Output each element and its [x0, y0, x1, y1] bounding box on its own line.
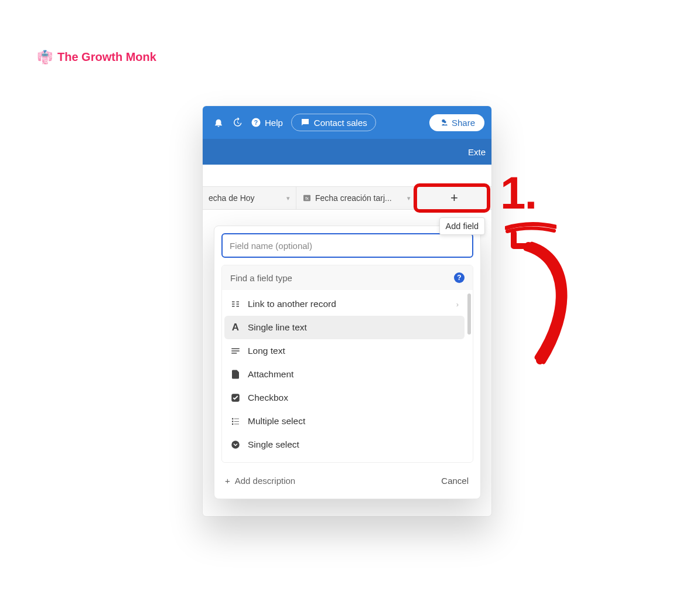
- share-button[interactable]: Share: [429, 114, 484, 131]
- column-headers: echa de Hoy ▾ fx Fecha creación tarj... …: [203, 186, 491, 210]
- brand-name: The Growth Monk: [57, 50, 156, 64]
- field-type-label: Long text: [248, 346, 285, 356]
- add-field-button[interactable]: +: [417, 187, 491, 209]
- attachment-icon: [230, 369, 241, 380]
- field-type-link-record[interactable]: Link to another record ›: [224, 292, 465, 316]
- column-label: echa de Hoy: [209, 193, 255, 203]
- popover-footer: + Add description Cancel: [221, 463, 473, 489]
- link-record-icon: [230, 299, 241, 309]
- contact-sales-button[interactable]: Contact sales: [291, 114, 376, 131]
- find-field-type-header[interactable]: Find a field type ?: [222, 265, 473, 290]
- share-label: Share: [452, 118, 475, 128]
- annotation-underline: [505, 221, 556, 234]
- plus-icon: +: [225, 476, 230, 486]
- long-text-icon: [230, 346, 241, 356]
- add-description-label: Add description: [235, 476, 295, 486]
- column-label: Fecha creación tarj...: [315, 193, 392, 203]
- field-type-long-text[interactable]: Long text: [224, 339, 465, 363]
- field-type-single-select[interactable]: Single select: [224, 433, 465, 456]
- add-field-popover: Find a field type ? Link to another reco…: [214, 226, 481, 499]
- add-field-tooltip: Add field: [439, 217, 485, 235]
- field-type-list: Link to another record › A Single line t…: [222, 290, 473, 462]
- find-field-type-label: Find a field type: [230, 273, 292, 283]
- column-header-fecha-hoy[interactable]: echa de Hoy ▾: [203, 187, 296, 209]
- topbar: ? Help Contact sales Share: [203, 106, 491, 139]
- brand-icon: 👘: [37, 51, 53, 64]
- svg-text:fx: fx: [305, 196, 309, 201]
- field-type-label: Link to another record: [248, 299, 336, 309]
- cancel-button[interactable]: Cancel: [441, 476, 469, 486]
- contact-sales-label: Contact sales: [314, 118, 367, 128]
- field-type-panel: Find a field type ? Link to another reco…: [221, 265, 473, 463]
- add-description-button[interactable]: + Add description: [225, 476, 295, 486]
- field-type-label: Checkbox: [248, 393, 288, 403]
- column-header-fecha-creacion[interactable]: fx Fecha creación tarj... ▾: [296, 187, 417, 209]
- chevron-down-icon[interactable]: ▾: [407, 195, 411, 202]
- field-type-single-line-text[interactable]: A Single line text: [224, 316, 465, 339]
- single-select-icon: [230, 439, 241, 450]
- help-label: Help: [265, 118, 283, 128]
- annotation-number: 1.: [500, 166, 536, 220]
- field-type-label: Single select: [248, 439, 299, 450]
- field-type-label: Single line text: [248, 322, 307, 333]
- scrollbar-thumb[interactable]: [467, 294, 471, 335]
- subbar-text: Exte: [468, 147, 486, 157]
- field-name-input[interactable]: [221, 233, 473, 258]
- app-window: ? Help Contact sales Share Exte echa de …: [203, 106, 491, 516]
- help-button[interactable]: ? Help: [251, 117, 283, 128]
- svg-point-5: [231, 441, 240, 449]
- plus-icon: +: [450, 190, 458, 206]
- help-icon[interactable]: ?: [454, 272, 465, 283]
- chevron-down-icon[interactable]: ▾: [286, 195, 290, 202]
- checkbox-icon: [230, 393, 241, 403]
- field-type-label: Attachment: [248, 369, 293, 380]
- field-type-attachment[interactable]: Attachment: [224, 363, 465, 386]
- formula-field-icon: fx: [302, 193, 312, 203]
- bell-icon[interactable]: [213, 117, 224, 128]
- chevron-right-icon: ›: [456, 300, 459, 309]
- svg-text:?: ?: [254, 119, 258, 126]
- field-type-label: Multiple select: [248, 416, 305, 427]
- brand: 👘 The Growth Monk: [37, 50, 156, 64]
- text-a-icon: A: [230, 322, 241, 333]
- annotation-arrow: [505, 223, 575, 369]
- history-icon[interactable]: [232, 117, 243, 128]
- subbar: Exte: [203, 139, 491, 165]
- field-type-checkbox[interactable]: Checkbox: [224, 386, 465, 410]
- multiple-select-icon: [230, 416, 241, 427]
- field-type-multiple-select[interactable]: Multiple select: [224, 410, 465, 433]
